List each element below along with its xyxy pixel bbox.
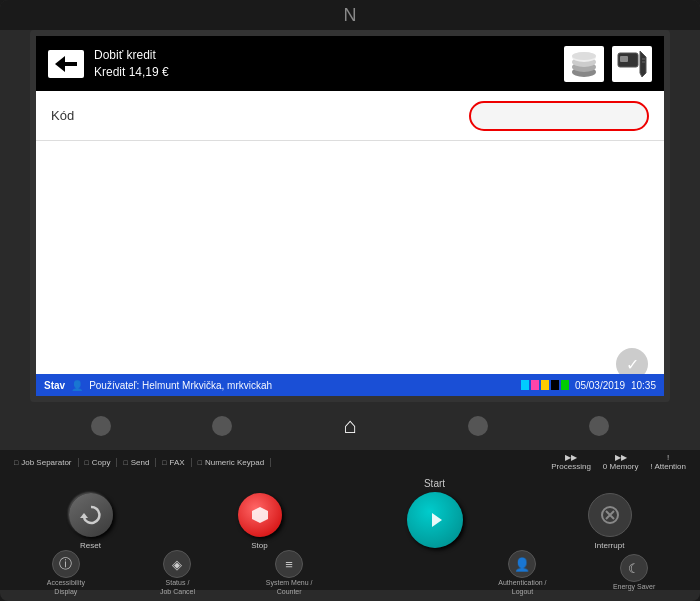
button-row: Reset Stop Start: [0, 472, 700, 552]
yellow-bar: [541, 380, 549, 390]
energy-saver-label: Energy Saver: [613, 583, 655, 591]
green-bar: [561, 380, 569, 390]
header-right: [564, 46, 652, 82]
memory-indicator: ▶▶ 0 Memory: [603, 453, 639, 471]
back-button[interactable]: [48, 50, 84, 78]
kod-label: Kód: [51, 108, 111, 123]
top-bar: N: [0, 0, 700, 30]
status-job-cancel-button[interactable]: ◈: [163, 550, 191, 578]
nav-btn-3[interactable]: [468, 416, 488, 436]
indicator-send: □ Send: [117, 458, 156, 467]
system-menu-label: System Menu /Counter: [266, 579, 313, 596]
stop-button[interactable]: [238, 493, 282, 537]
indicator-numeric-keypad: □ Numeric Keypad: [192, 458, 271, 467]
title-line2: Kredit 14,19 €: [94, 64, 169, 81]
status-bar: Stav 👤 Používateľ: Helmunt Mrkvička, mrk…: [36, 374, 664, 396]
auth-logout-label: Authentication /Logout: [498, 579, 546, 596]
svg-marker-11: [252, 507, 268, 523]
indicator-copy: □ Copy: [79, 458, 118, 467]
processing-label: Processing: [551, 462, 591, 471]
start-group: Start: [407, 472, 463, 552]
title-line1: Dobiť kredit: [94, 47, 169, 64]
energy-saver-button[interactable]: ☾: [620, 554, 648, 582]
home-button[interactable]: ⌂: [334, 412, 366, 440]
kod-input-field[interactable]: [469, 101, 649, 131]
interrupt-label-bottom: Interrupt: [595, 541, 625, 551]
start-label-top: Start: [424, 472, 445, 490]
reset-button[interactable]: [69, 493, 113, 537]
attention-indicator: ! ! Attention: [650, 453, 686, 471]
kod-input-area: [111, 101, 649, 131]
svg-rect-7: [620, 56, 628, 62]
header-text: Dobiť kredit Kredit 14,19 €: [94, 47, 169, 81]
auth-logout-item: 👤 Authentication /Logout: [497, 550, 547, 596]
svg-marker-0: [55, 56, 77, 72]
toner-bars: [521, 380, 569, 390]
screen-container: Dobiť kredit Kredit 14,19 €: [30, 30, 670, 402]
indicator-job-separator: □ Job Separator: [8, 458, 79, 467]
svg-marker-10: [80, 513, 88, 518]
interrupt-button[interactable]: [588, 493, 632, 537]
nav-btn-2[interactable]: [212, 416, 232, 436]
screen-header: Dobiť kredit Kredit 14,19 €: [36, 36, 664, 91]
status-job-cancel-label: Status /Job Cancel: [160, 579, 195, 596]
header-left: Dobiť kredit Kredit 14,19 €: [48, 47, 169, 81]
stop-group: Stop: [238, 473, 282, 551]
status-time: 10:35: [631, 380, 656, 391]
card-reader-icon: [612, 46, 652, 82]
cyan-bar: [521, 380, 529, 390]
screen: Dobiť kredit Kredit 14,19 €: [36, 36, 664, 396]
svg-point-5: [572, 52, 596, 60]
svg-marker-12: [432, 513, 442, 527]
interrupt-group: Interrupt: [588, 473, 632, 551]
system-menu-item: ≡ System Menu /Counter: [264, 550, 314, 596]
device-body: N Dobiť kredit Kredit 14,19 €: [0, 0, 700, 601]
reset-group: Reset: [69, 473, 113, 551]
status-job-cancel-item: ◈ Status /Job Cancel: [152, 550, 202, 596]
user-text: Používateľ: Helmunt Mrkvička, mrkvickah: [89, 380, 272, 391]
accessibility-display-button[interactable]: ⓘ: [52, 550, 80, 578]
accessibility-row: ⓘ AccessibilityDisplay ◈ Status /Job Can…: [0, 552, 700, 592]
user-icon: 👤: [71, 380, 83, 391]
coins-icon: [564, 46, 604, 82]
status-date: 05/03/2019: [575, 380, 625, 391]
magenta-bar: [531, 380, 539, 390]
bottom-panel: □ Job Separator □ Copy □ Send □ FAX □ Nu…: [0, 450, 700, 590]
processing-indicator: ▶▶ Processing: [551, 453, 591, 471]
auth-logout-button[interactable]: 👤: [508, 550, 536, 578]
indicator-fax: □ FAX: [156, 458, 191, 467]
memory-label: 0 Memory: [603, 462, 639, 471]
system-menu-button[interactable]: ≡: [275, 550, 303, 578]
indicator-row: □ Job Separator □ Copy □ Send □ FAX □ Nu…: [0, 450, 700, 472]
nfc-icon: N: [344, 5, 357, 26]
attention-label: ! Attention: [650, 462, 686, 471]
energy-saver-item: ☾ Energy Saver: [609, 554, 659, 591]
stav-label: Stav: [44, 380, 65, 391]
start-button[interactable]: [407, 492, 463, 548]
nav-btn-1[interactable]: [91, 416, 111, 436]
nav-area: ⌂: [0, 402, 700, 450]
accessibility-display-item: ⓘ AccessibilityDisplay: [41, 550, 91, 596]
nav-btn-4[interactable]: [589, 416, 609, 436]
black-bar: [551, 380, 559, 390]
accessibility-display-label: AccessibilityDisplay: [47, 579, 85, 596]
kod-row: Kód: [36, 91, 664, 141]
